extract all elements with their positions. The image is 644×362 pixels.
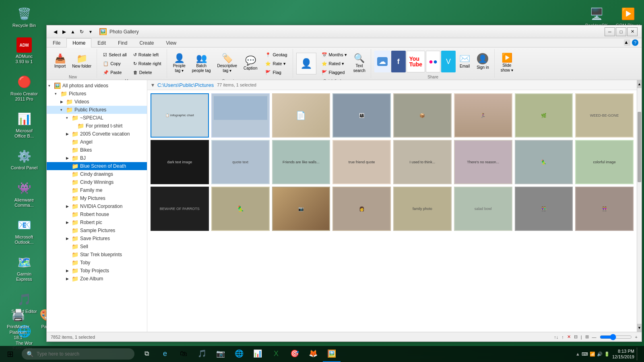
forward-button[interactable]: ▶ bbox=[60, 28, 68, 36]
taskbar-app-firefox[interactable]: 🦊 bbox=[304, 346, 322, 362]
geotag-button[interactable]: 📍 Geotag bbox=[262, 51, 290, 59]
sidebar-item-star-trek[interactable]: 📁 Star Trek blueprints bbox=[47, 251, 147, 259]
email-button[interactable]: ✉️ Email bbox=[456, 51, 473, 72]
photo-item[interactable]: 📋 infographic chart bbox=[151, 93, 209, 138]
photo-item[interactable]: 👭 bbox=[575, 187, 634, 231]
youtube-button[interactable]: YouTube bbox=[407, 51, 425, 72]
photo-item[interactable]: 🦜 bbox=[211, 187, 270, 231]
sidebar-item-bj[interactable]: ▶ 📁 BJ bbox=[47, 154, 147, 162]
photo-item[interactable]: Friends are like walls... bbox=[272, 140, 330, 184]
photo-item[interactable]: There's no reason... bbox=[454, 140, 512, 184]
photo-item[interactable]: dark text image bbox=[151, 140, 209, 184]
photo-item[interactable]: 🦜 bbox=[515, 140, 573, 184]
sidebar-item-zoe-album[interactable]: ▶ 📁 Zoe Album bbox=[47, 275, 147, 283]
taskbar-app-task-view[interactable]: ⧉ bbox=[138, 346, 155, 362]
scroll-thumb[interactable] bbox=[638, 112, 641, 183]
sign-in-button[interactable]: 👤 Sign in bbox=[474, 51, 492, 72]
scroll-down-button[interactable]: ▼ bbox=[637, 324, 642, 332]
sidebar-item-sell[interactable]: 📁 Sell bbox=[47, 243, 147, 251]
sidebar-item-my-pictures[interactable]: 📁 My Pictures bbox=[47, 194, 147, 202]
photo-item[interactable]: 🌿 bbox=[515, 93, 573, 138]
photo-item[interactable]: 👫 bbox=[515, 187, 573, 231]
taskbar-app-excel[interactable]: X bbox=[267, 346, 285, 362]
sidebar-item-bikes[interactable]: 📁 Bikes bbox=[47, 146, 147, 154]
flagged-button[interactable]: 🚩 Flagged bbox=[319, 68, 350, 76]
taskbar-app-store[interactable]: 🛍 bbox=[175, 346, 192, 362]
maximize-button[interactable]: □ bbox=[616, 27, 626, 36]
cloud-button[interactable]: ☁ bbox=[374, 51, 390, 72]
copy-button[interactable]: 📋 Copy bbox=[100, 60, 130, 68]
refresh-button[interactable]: ↻ bbox=[77, 28, 86, 36]
photo-item[interactable]: salad bowl bbox=[454, 187, 512, 231]
paste-button[interactable]: 📌 Paste bbox=[100, 68, 130, 76]
sidebar-item-cindy-drawings[interactable]: 📁 Cindy drawings bbox=[47, 170, 147, 178]
photo-item[interactable]: BEWARE OF PARROTS bbox=[151, 187, 209, 231]
breadcrumb-path[interactable]: C:\Users\Public\Pictures bbox=[157, 82, 214, 88]
photo-item[interactable]: true friend quote bbox=[332, 140, 391, 184]
dropdown-button[interactable]: ▾ bbox=[86, 28, 95, 36]
new-folder-button[interactable]: 📁 New folder bbox=[69, 51, 94, 72]
tab-create[interactable]: Create bbox=[133, 38, 160, 47]
photo-item[interactable]: 📷 bbox=[272, 187, 330, 231]
sidebar-item-sample-pictures[interactable]: 📁 Sample Pictures bbox=[47, 226, 147, 234]
sidebar-scroll[interactable]: ▾ 🖼️ All photos and videos ▾ 📁 Pictures … bbox=[47, 80, 147, 332]
desktop-icon-roxio[interactable]: 🔴 Roxio Creator2011 Pro bbox=[8, 72, 40, 103]
batch-people-tag-button[interactable]: 👥 Batchpeople tag bbox=[189, 53, 214, 74]
sidebar-item-angel[interactable]: 📁 Angel bbox=[47, 138, 147, 146]
tab-edit[interactable]: Edit bbox=[91, 38, 112, 47]
photo-item[interactable]: I used to think... bbox=[393, 140, 452, 184]
sidebar-item-for-printed[interactable]: 📁 For printed t-shirt bbox=[47, 122, 147, 130]
back-button[interactable]: ◀ bbox=[51, 28, 60, 36]
desktop-icon-garmin[interactable]: 🗺️ GarminExpress bbox=[8, 253, 40, 284]
taskbar-search-box[interactable]: 🔍 bbox=[22, 348, 134, 360]
photo-item[interactable]: 🏃‍♀️ bbox=[454, 93, 512, 138]
taskbar-app-misc[interactable]: 🎯 bbox=[286, 346, 303, 362]
tab-find[interactable]: Find bbox=[112, 38, 133, 47]
taskbar-search-input[interactable] bbox=[37, 351, 130, 357]
sidebar-item-save-pictures[interactable]: ▶ 📁 Save Pictures bbox=[47, 234, 147, 243]
taskbar-app-ie[interactable]: 🌐 bbox=[230, 346, 248, 362]
photo-item[interactable]: 👩 bbox=[332, 187, 391, 231]
sidebar-item-robert-pic[interactable]: ▶ 📁 Robert pic bbox=[47, 218, 147, 226]
photo-item[interactable]: family photo bbox=[393, 187, 452, 231]
flickr-button[interactable]: ●● bbox=[426, 51, 440, 72]
sidebar-item-2005-corvette[interactable]: ▶ 📁 2005 Corvette vacation bbox=[47, 130, 147, 138]
rotate-right-button[interactable]: ↻ Rotate right bbox=[130, 60, 164, 68]
sidebar-item-robert-house[interactable]: 📁 Robert house bbox=[47, 210, 147, 218]
desktop-icon-control-panel[interactable]: ⚙️ Control Panel bbox=[8, 146, 40, 172]
rotate-left-button[interactable]: ↺ Rotate left bbox=[130, 51, 164, 59]
desktop-icon-printmaster[interactable]: 🖨️ PrintMasterPlatinum 18.1 bbox=[4, 305, 32, 342]
photo-item[interactable]: 👨‍👩‍👧 bbox=[332, 93, 391, 138]
tab-home[interactable]: Home bbox=[66, 38, 91, 47]
sidebar-item-family-me[interactable]: 📁 Family me bbox=[47, 186, 147, 194]
text-search-button[interactable]: 🔍 Textsearch bbox=[351, 53, 368, 74]
taskbar-app-photos-app[interactable]: 📷 bbox=[212, 346, 229, 362]
taskbar-app-office[interactable]: 📊 bbox=[249, 346, 266, 362]
desktop-icon-recycle-bin[interactable]: 🗑️ Recycle Bin bbox=[8, 4, 40, 30]
desktop-icon-adm[interactable]: ADM ADMunc3.93 to 1 bbox=[8, 36, 40, 66]
photo-item[interactable]: 📄 bbox=[272, 93, 330, 138]
zoom-slider[interactable] bbox=[600, 334, 632, 340]
delete-button[interactable]: 🗑 Delete bbox=[130, 68, 164, 76]
start-button[interactable]: ⊞ bbox=[0, 346, 20, 362]
descriptive-tag-button[interactable]: 🏷️ Descriptivetag ▾ bbox=[215, 53, 240, 74]
import-button[interactable]: 📥 Import bbox=[52, 51, 68, 72]
close-button[interactable]: ✕ bbox=[627, 27, 638, 36]
caption-button[interactable]: 💬 Caption bbox=[241, 53, 260, 74]
sidebar-item-blue-screen[interactable]: 📁 Blue Screen of Death bbox=[47, 162, 147, 170]
photo-item[interactable]: WEED-BE-GONE bbox=[575, 93, 634, 138]
tab-file[interactable]: File bbox=[47, 38, 66, 47]
show-desktop-button[interactable] bbox=[637, 348, 639, 360]
desktop-icon-outlook[interactable]: 📧 MicrosoftOutlook... bbox=[8, 216, 40, 247]
photo-item[interactable] bbox=[211, 93, 270, 138]
scroll-up-button[interactable]: ▲ bbox=[637, 80, 642, 88]
sidebar-item-all-photos[interactable]: ▾ 🖼️ All photos and videos bbox=[47, 82, 147, 90]
taskbar-clock[interactable]: 8:13 PM 12/15/2019 bbox=[612, 348, 634, 360]
vimeo-button[interactable]: V bbox=[441, 51, 456, 72]
content-scrollbar[interactable]: ▲ ▼ bbox=[637, 80, 642, 332]
ribbon-collapse-button[interactable]: ▲ bbox=[624, 39, 630, 46]
photo-item[interactable]: 📦 bbox=[393, 93, 452, 138]
help-button[interactable]: ? bbox=[632, 39, 638, 46]
slideshow-button[interactable]: ▶️ Slideshow ▾ bbox=[498, 52, 516, 74]
photo-item[interactable]: quote text bbox=[211, 140, 270, 184]
